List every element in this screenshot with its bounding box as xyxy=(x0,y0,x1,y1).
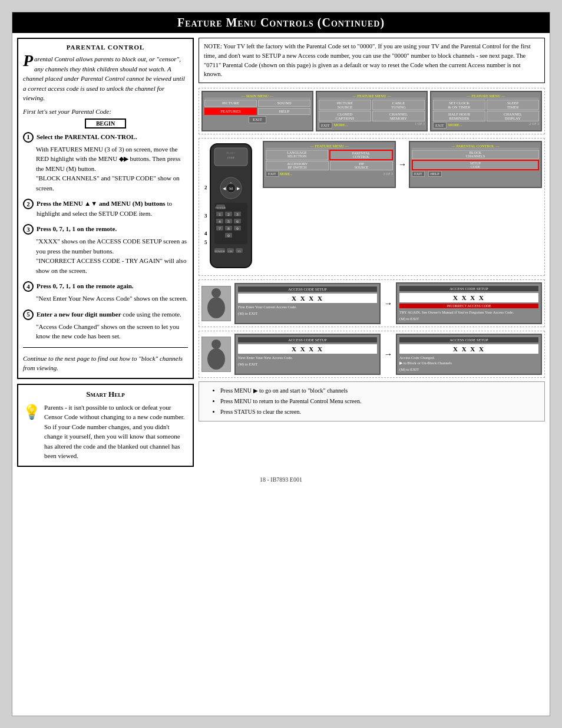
step-2-header: Press the MENU ▲▼ and MENU (M) buttons t… xyxy=(37,199,188,218)
mid-screens-row: — FEATURE MENU — LANGUAGESELECTION PAREN… xyxy=(263,141,542,188)
access-3-xxxx: X X X X xyxy=(238,344,377,354)
svg-text:CH: CH xyxy=(229,250,233,253)
lightbulb-icon: 💡 xyxy=(23,404,41,420)
step-3: 3 Press 0, 7, 1, 1 on the remote. "XXXX"… xyxy=(23,224,188,275)
access-2-text: TRY AGAIN. See Owner's Manual if You've … xyxy=(399,309,538,315)
access-4-title: ACCESS CODE SETUP xyxy=(399,337,538,342)
step-5-body: "Access Code Changed" shows on the scree… xyxy=(36,322,188,341)
page-footer: 18 - IB7893 E001 xyxy=(12,472,550,485)
content-area: PARENTAL CONTROL P arental Control allow… xyxy=(12,33,550,472)
block-icon: ▶ xyxy=(399,361,402,365)
top-screens-section: — MAIN MENU — PICTURE SOUND FEATURES HEL… xyxy=(199,88,545,134)
svg-text:1: 1 xyxy=(219,212,221,217)
svg-text:2: 2 xyxy=(227,212,230,217)
arrow-3: → xyxy=(384,350,392,359)
feature-menu-1-screen: — FEATURE MENU — PICTURESOURCE CABLETUNI… xyxy=(316,91,428,131)
access-screen-1: ACCESS CODE SETUP X X X X First Enter Yo… xyxy=(234,283,381,324)
access-3-btn: (M) to EXIT xyxy=(238,362,377,366)
step-4-circle: 4 xyxy=(23,281,34,292)
step-5: 5 Enter a new four digit number code usi… xyxy=(23,309,188,341)
access-lower-section: ACCESS CODE SETUP X X X X Next Enter You… xyxy=(199,331,545,378)
access-screen-2: ACCESS CODE SETUP X X X X INCORRECT ACCE… xyxy=(396,282,542,324)
parental-control-box: PARENTAL CONTROL P arental Control allow… xyxy=(17,38,194,379)
svg-point-45 xyxy=(207,297,225,318)
access-2-title: ACCESS CODE SETUP xyxy=(399,286,538,291)
svg-text:TV/VCR: TV/VCR xyxy=(215,206,226,209)
svg-text:GUIDE: GUIDE xyxy=(227,156,235,159)
person-silhouette-2 xyxy=(201,337,231,372)
access-1-text: First Enter Your Current Access Code. xyxy=(238,304,377,309)
diagrams-area: — MAIN MENU — PICTURE SOUND FEATURES HEL… xyxy=(199,88,545,421)
svg-text:5: 5 xyxy=(204,239,207,245)
parental-intro-text: arental Control allows parents to block … xyxy=(23,55,185,101)
left-column: PARENTAL CONTROL P arental Control allow… xyxy=(17,38,194,467)
arrow-1: → xyxy=(398,141,406,188)
svg-text:4: 4 xyxy=(204,230,207,236)
tips-list: Press MENU ▶ to go on and start to "bloc… xyxy=(204,386,540,417)
step-1-circle: 1 xyxy=(23,132,34,143)
step-1-body: With FEATURES MENU (3 of 3) on screen, m… xyxy=(36,144,188,174)
access-screen-4: ACCESS CODE SETUP X X X X Access Code Ch… xyxy=(396,334,542,375)
right-column: NOTE: Your TV left the factory with the … xyxy=(199,38,545,467)
page-header: Feature Menu Controls (Continued) xyxy=(12,12,550,33)
smart-help-title: Smart Help xyxy=(23,390,188,399)
parental-control-screen: — PARENTAL CONTROL — BLOCKCHANNELS SETUP… xyxy=(409,141,542,188)
page-title: Feature Menu Controls (Continued) xyxy=(12,16,550,29)
remote-section: PLAY+ GUIDE ▲ ▼ ◀ ▶ M xyxy=(199,138,545,276)
step-1: 1 Select the PARENTAL CON-TROL. With FEA… xyxy=(23,132,188,193)
access-1-btn: (M) to EXIT xyxy=(238,311,377,315)
drop-cap: P xyxy=(23,54,33,67)
parental-control-title: PARENTAL CONTROL xyxy=(23,44,188,51)
footer-text: 18 - IB7893 E001 xyxy=(260,476,302,483)
access-2-xxxx: X X X X xyxy=(399,293,538,302)
step-2-circle: 2 xyxy=(23,199,34,209)
svg-point-47 xyxy=(207,348,225,370)
mid-screens: — FEATURE MENU — LANGUAGESELECTION PAREN… xyxy=(263,141,542,188)
step-4-header: Press 0, 7, 1, 1 on the remote again. xyxy=(37,281,134,291)
person-icon-2 xyxy=(204,338,228,371)
access-4-xxxx: X X X X xyxy=(399,344,538,354)
smart-help-text: Parents - it isn't possible to unlock or… xyxy=(44,403,188,461)
tip-2: Press MENU to return to the Parental Con… xyxy=(220,396,540,407)
step-4-body: "Next Enter Your New Access Code" shows … xyxy=(36,294,188,304)
access-2-header: INCORRECT ACCESS CODE xyxy=(399,304,538,308)
feature-menu-2-screen: — FEATURE MENU — SET CLOCK& ON TIMER SLE… xyxy=(430,91,542,131)
access-screen-3: ACCESS CODE SETUP X X X X Next Enter You… xyxy=(234,334,381,375)
svg-text:2: 2 xyxy=(204,185,207,190)
person-silhouette-1 xyxy=(201,286,231,321)
svg-point-44 xyxy=(211,288,221,298)
remote-control: PLAY+ GUIDE ▲ ▼ ◀ ▶ M xyxy=(201,141,260,273)
page: Feature Menu Controls (Continued) PARENT… xyxy=(12,12,550,716)
step-2: 2 Press the MENU ▲▼ and MENU (M) buttons… xyxy=(23,199,188,218)
access-1-xxxx: X X X X xyxy=(238,294,377,303)
access-code-section: ACCESS CODE SETUP X X X X First Enter Yo… xyxy=(199,279,545,327)
step-5-circle: 5 xyxy=(23,309,34,320)
feature-menu-3-screen: — FEATURE MENU — LANGUAGESELECTION PAREN… xyxy=(263,141,396,188)
access-3-title: ACCESS CODE SETUP xyxy=(238,337,377,342)
parental-intro: P arental Control allows parents to bloc… xyxy=(23,54,188,103)
svg-text:8: 8 xyxy=(227,226,230,231)
svg-text:9: 9 xyxy=(236,226,239,231)
bottom-tips-box: Press MENU ▶ to go on and start to "bloc… xyxy=(199,381,545,421)
first-set-text: First let's set your Parental Code: xyxy=(23,108,188,115)
divider xyxy=(23,347,188,348)
smart-help-box: Smart Help 💡 Parents - it isn't possible… xyxy=(17,384,194,467)
svg-text:6: 6 xyxy=(236,219,239,224)
main-menu-screen: — MAIN MENU — PICTURE SOUND FEATURES HEL… xyxy=(201,91,313,131)
step-3-circle: 3 xyxy=(23,224,34,235)
access-2-btn: (M) to EXIT xyxy=(399,317,538,321)
svg-text:7: 7 xyxy=(219,226,221,231)
smart-help-content: 💡 Parents - it isn't possible to unlock … xyxy=(23,403,188,461)
arrow-2: → xyxy=(384,299,392,308)
step-3-header: Press 0, 7, 1, 1 on the remote. xyxy=(37,224,117,234)
continue-text: Continue to the next page to find out ho… xyxy=(23,354,188,373)
svg-text:4: 4 xyxy=(219,219,221,224)
access-1-title: ACCESS CODE SETUP xyxy=(238,286,377,292)
tip-3: Press STATUS to clear the screen. xyxy=(220,407,540,417)
access-4-text: Access Code Changed. xyxy=(399,355,538,360)
access-4-btn: (M) to EXIT xyxy=(399,367,538,371)
step-4: 4 Press 0, 7, 1, 1 on the remote again. … xyxy=(23,281,188,304)
svg-text:3: 3 xyxy=(204,213,207,219)
svg-text:POWER: POWER xyxy=(214,250,225,253)
remote-svg: PLAY+ GUIDE ▲ ▼ ◀ ▶ M xyxy=(201,141,260,271)
